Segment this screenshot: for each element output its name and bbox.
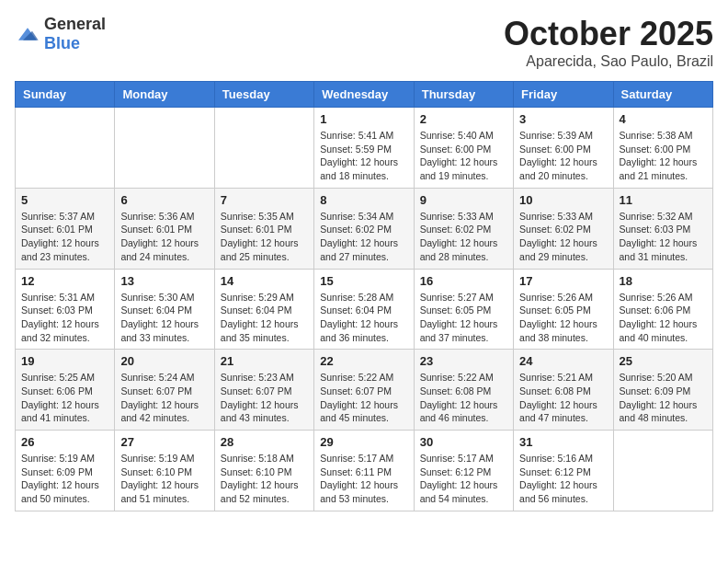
calendar-cell: 13Sunrise: 5:30 AM Sunset: 6:04 PM Dayli… [115, 269, 214, 350]
logo-text: General Blue [44, 15, 106, 53]
day-info: Sunrise: 5:22 AM Sunset: 6:08 PM Dayligh… [420, 371, 507, 425]
calendar-week-row: 1Sunrise: 5:41 AM Sunset: 5:59 PM Daylig… [16, 108, 713, 189]
day-number: 11 [620, 193, 707, 207]
calendar-cell: 11Sunrise: 5:32 AM Sunset: 6:03 PM Dayli… [613, 188, 712, 269]
day-number: 27 [120, 435, 208, 449]
day-number: 10 [519, 193, 607, 207]
day-info: Sunrise: 5:35 AM Sunset: 6:01 PM Dayligh… [221, 210, 308, 264]
day-info: Sunrise: 5:32 AM Sunset: 6:03 PM Dayligh… [620, 210, 707, 264]
logo-general: General [44, 15, 106, 33]
calendar-week-row: 12Sunrise: 5:31 AM Sunset: 6:03 PM Dayli… [16, 269, 713, 350]
day-info: Sunrise: 5:23 AM Sunset: 6:07 PM Dayligh… [221, 371, 308, 425]
day-info: Sunrise: 5:33 AM Sunset: 6:02 PM Dayligh… [420, 210, 507, 264]
calendar-cell: 10Sunrise: 5:33 AM Sunset: 6:02 PM Dayli… [514, 188, 613, 269]
day-number: 1 [320, 112, 407, 126]
day-of-week-header: Friday [514, 82, 613, 108]
day-info: Sunrise: 5:17 AM Sunset: 6:12 PM Dayligh… [420, 452, 507, 506]
day-of-week-header: Monday [115, 82, 214, 108]
day-number: 6 [120, 193, 208, 207]
day-number: 15 [320, 274, 407, 288]
day-info: Sunrise: 5:27 AM Sunset: 6:05 PM Dayligh… [420, 291, 507, 345]
day-info: Sunrise: 5:33 AM Sunset: 6:02 PM Dayligh… [519, 210, 607, 264]
day-number: 22 [320, 354, 407, 368]
day-number: 9 [420, 193, 507, 207]
day-number: 29 [320, 435, 407, 449]
day-number: 8 [320, 193, 407, 207]
day-of-week-header: Saturday [613, 82, 712, 108]
calendar-cell: 14Sunrise: 5:29 AM Sunset: 6:04 PM Dayli… [214, 269, 313, 350]
calendar-cell [16, 108, 115, 189]
calendar-cell: 18Sunrise: 5:26 AM Sunset: 6:06 PM Dayli… [613, 269, 712, 350]
day-info: Sunrise: 5:21 AM Sunset: 6:08 PM Dayligh… [519, 371, 607, 425]
day-of-week-header: Sunday [16, 82, 115, 108]
day-info: Sunrise: 5:39 AM Sunset: 6:00 PM Dayligh… [519, 129, 607, 183]
day-info: Sunrise: 5:22 AM Sunset: 6:07 PM Dayligh… [320, 371, 407, 425]
calendar-cell: 17Sunrise: 5:26 AM Sunset: 6:05 PM Dayli… [514, 269, 613, 350]
day-number: 2 [420, 112, 507, 126]
calendar-cell: 20Sunrise: 5:24 AM Sunset: 6:07 PM Dayli… [115, 350, 214, 431]
calendar-cell: 26Sunrise: 5:19 AM Sunset: 6:09 PM Dayli… [16, 431, 115, 511]
day-info: Sunrise: 5:19 AM Sunset: 6:09 PM Dayligh… [21, 452, 108, 506]
calendar-cell: 1Sunrise: 5:41 AM Sunset: 5:59 PM Daylig… [314, 108, 414, 189]
page-header: General Blue October 2025 Aparecida, Sao… [15, 15, 713, 70]
day-number: 18 [620, 274, 707, 288]
day-info: Sunrise: 5:38 AM Sunset: 6:00 PM Dayligh… [620, 129, 707, 183]
calendar-cell: 31Sunrise: 5:16 AM Sunset: 6:12 PM Dayli… [514, 431, 613, 511]
day-info: Sunrise: 5:18 AM Sunset: 6:10 PM Dayligh… [221, 452, 308, 506]
day-number: 24 [519, 354, 607, 368]
calendar-cell: 23Sunrise: 5:22 AM Sunset: 6:08 PM Dayli… [414, 350, 513, 431]
day-of-week-header: Tuesday [214, 82, 313, 108]
day-info: Sunrise: 5:30 AM Sunset: 6:04 PM Dayligh… [120, 291, 208, 345]
calendar-table: SundayMondayTuesdayWednesdayThursdayFrid… [15, 81, 713, 511]
day-of-week-header: Wednesday [314, 82, 414, 108]
day-number: 13 [120, 274, 208, 288]
calendar-cell: 21Sunrise: 5:23 AM Sunset: 6:07 PM Dayli… [214, 350, 313, 431]
calendar-cell [115, 108, 214, 189]
title-block: October 2025 Aparecida, Sao Paulo, Brazi… [504, 15, 713, 70]
calendar-cell: 12Sunrise: 5:31 AM Sunset: 6:03 PM Dayli… [16, 269, 115, 350]
day-number: 20 [120, 354, 208, 368]
day-info: Sunrise: 5:24 AM Sunset: 6:07 PM Dayligh… [120, 371, 208, 425]
day-number: 5 [21, 193, 108, 207]
day-info: Sunrise: 5:19 AM Sunset: 6:10 PM Dayligh… [120, 452, 208, 506]
calendar-cell [214, 108, 313, 189]
calendar-cell: 29Sunrise: 5:17 AM Sunset: 6:11 PM Dayli… [314, 431, 414, 511]
calendar-cell: 25Sunrise: 5:20 AM Sunset: 6:09 PM Dayli… [613, 350, 712, 431]
day-of-week-header: Thursday [414, 82, 513, 108]
day-number: 31 [519, 435, 607, 449]
month-title: October 2025 [504, 15, 713, 53]
location-title: Aparecida, Sao Paulo, Brazil [504, 53, 713, 70]
day-info: Sunrise: 5:34 AM Sunset: 6:02 PM Dayligh… [320, 210, 407, 264]
day-number: 16 [420, 274, 507, 288]
calendar-cell: 27Sunrise: 5:19 AM Sunset: 6:10 PM Dayli… [115, 431, 214, 511]
day-info: Sunrise: 5:28 AM Sunset: 6:04 PM Dayligh… [320, 291, 407, 345]
day-number: 25 [620, 354, 707, 368]
calendar-cell: 15Sunrise: 5:28 AM Sunset: 6:04 PM Dayli… [314, 269, 414, 350]
calendar-cell: 8Sunrise: 5:34 AM Sunset: 6:02 PM Daylig… [314, 188, 414, 269]
day-info: Sunrise: 5:17 AM Sunset: 6:11 PM Dayligh… [320, 452, 407, 506]
day-number: 4 [620, 112, 707, 126]
calendar-cell: 9Sunrise: 5:33 AM Sunset: 6:02 PM Daylig… [414, 188, 513, 269]
calendar-cell: 19Sunrise: 5:25 AM Sunset: 6:06 PM Dayli… [16, 350, 115, 431]
calendar-week-row: 26Sunrise: 5:19 AM Sunset: 6:09 PM Dayli… [16, 431, 713, 511]
calendar-week-row: 19Sunrise: 5:25 AM Sunset: 6:06 PM Dayli… [16, 350, 713, 431]
day-info: Sunrise: 5:40 AM Sunset: 6:00 PM Dayligh… [420, 129, 507, 183]
calendar-cell: 24Sunrise: 5:21 AM Sunset: 6:08 PM Dayli… [514, 350, 613, 431]
day-info: Sunrise: 5:16 AM Sunset: 6:12 PM Dayligh… [519, 452, 607, 506]
day-info: Sunrise: 5:20 AM Sunset: 6:09 PM Dayligh… [620, 371, 707, 425]
day-number: 28 [221, 435, 308, 449]
day-info: Sunrise: 5:31 AM Sunset: 6:03 PM Dayligh… [21, 291, 108, 345]
day-info: Sunrise: 5:26 AM Sunset: 6:05 PM Dayligh… [519, 291, 607, 345]
day-info: Sunrise: 5:41 AM Sunset: 5:59 PM Dayligh… [320, 129, 407, 183]
day-number: 21 [221, 354, 308, 368]
calendar-cell: 7Sunrise: 5:35 AM Sunset: 6:01 PM Daylig… [214, 188, 313, 269]
day-info: Sunrise: 5:36 AM Sunset: 6:01 PM Dayligh… [120, 210, 208, 264]
day-info: Sunrise: 5:37 AM Sunset: 6:01 PM Dayligh… [21, 210, 108, 264]
day-number: 12 [21, 274, 108, 288]
day-number: 19 [21, 354, 108, 368]
day-info: Sunrise: 5:26 AM Sunset: 6:06 PM Dayligh… [620, 291, 707, 345]
calendar-cell: 3Sunrise: 5:39 AM Sunset: 6:00 PM Daylig… [514, 108, 613, 189]
calendar-cell [613, 431, 712, 511]
calendar-cell: 5Sunrise: 5:37 AM Sunset: 6:01 PM Daylig… [16, 188, 115, 269]
logo-blue: Blue [44, 34, 80, 52]
